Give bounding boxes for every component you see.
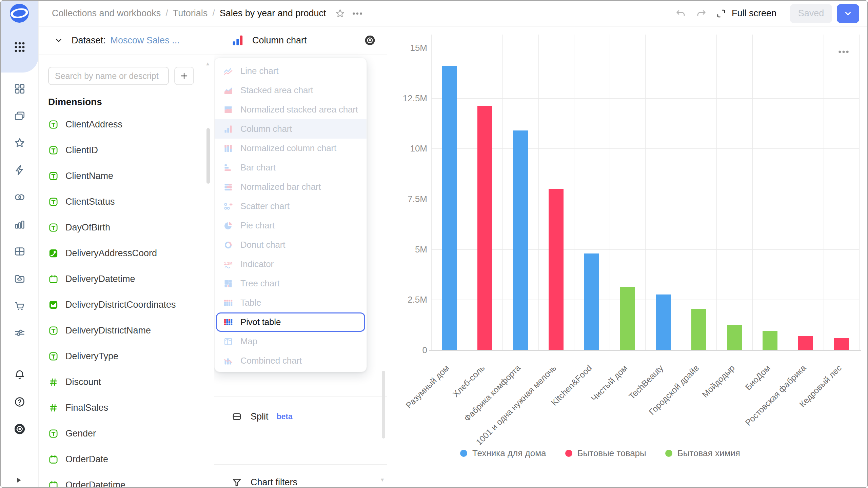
split-row[interactable]: Split beta	[231, 411, 293, 422]
dimension-field-deliveryaddresscoord[interactable]: DeliveryAddressCoord	[48, 240, 199, 266]
rail-bottom-icons	[1, 369, 38, 435]
menu-item-column-chart[interactable]: Column chart	[215, 119, 367, 139]
menu-item-line-chart[interactable]: Line chart	[215, 61, 367, 81]
legend-dot	[665, 450, 672, 457]
breadcrumb-tutorials[interactable]: Tutorials	[173, 8, 208, 19]
menu-item-scatter-chart[interactable]: Scatter chart	[215, 197, 367, 216]
x-category-label: БиоДом	[743, 363, 772, 392]
svg-text:1.2M: 1.2M	[224, 261, 233, 265]
settings-icon[interactable]	[14, 423, 26, 435]
dimension-field-finalsales[interactable]: FinalSales	[48, 395, 199, 421]
notifications-icon[interactable]	[14, 369, 26, 381]
dimension-field-deliverydistrictcoordinates[interactable]: DeliveryDistrictCoordinates	[48, 292, 199, 318]
rail-main-icons	[1, 83, 38, 339]
field-label: Discount	[65, 377, 101, 387]
menu-item-combined-chart[interactable]: Combined chart	[215, 351, 367, 370]
favorite-star-icon[interactable]	[335, 8, 346, 19]
gridline	[467, 35, 467, 350]
storage-icon[interactable]	[14, 272, 26, 285]
undo-icon[interactable]	[675, 8, 686, 19]
menu-item-stacked-area-chart[interactable]: Stacked area chart	[215, 81, 367, 100]
text-field-icon	[48, 428, 59, 439]
menu-item-normalized-bar-chart[interactable]: Normalized bar chart	[215, 177, 367, 197]
dimension-field-clientid[interactable]: ClientID	[48, 137, 199, 163]
map-icon	[223, 337, 233, 346]
config-scrollbar-thumb[interactable]	[382, 371, 385, 439]
gridline	[824, 35, 824, 350]
dimension-field-deliverydistrictname[interactable]: DeliveryDistrictName	[48, 318, 199, 343]
datalens-logo-icon[interactable]	[9, 3, 29, 23]
chart-settings-gear-icon[interactable]	[364, 35, 376, 46]
legend-item[interactable]: Бытовая химия	[665, 448, 740, 459]
field-label: Gender	[65, 428, 96, 439]
gridline	[574, 35, 574, 350]
breadcrumb-collections[interactable]: Collections and workbooks	[52, 8, 161, 19]
plus-icon	[180, 72, 189, 80]
menu-item-label: Normalized bar chart	[240, 182, 321, 192]
fullscreen-label[interactable]: Full screen	[732, 8, 776, 19]
expand-rail-icon[interactable]	[14, 476, 23, 485]
parameters-icon[interactable]	[14, 327, 26, 339]
column-chart-icon	[223, 124, 233, 134]
fullscreen-icon[interactable]	[716, 8, 726, 19]
dimension-field-clientaddress[interactable]: ClientAddress	[48, 111, 199, 137]
menu-item-normalized-stacked-area-chart[interactable]: Normalized stacked area chart	[215, 100, 367, 119]
favorites-icon[interactable]	[14, 137, 26, 149]
menu-item-pie-chart[interactable]: Pie chart	[215, 216, 367, 235]
text-field-icon	[48, 145, 59, 156]
marketplace-icon[interactable]	[14, 300, 26, 312]
field-label: ClientStatus	[65, 197, 115, 207]
chart-filters-row[interactable]: Chart filters	[231, 477, 297, 487]
dashboards-icon[interactable]	[14, 83, 26, 95]
app-window: Collections and workbooks / Tutorials / …	[0, 0, 868, 488]
line-chart-icon	[223, 66, 233, 76]
dataset-collapse-icon[interactable]	[54, 36, 63, 45]
norm-bar-chart-icon	[223, 182, 233, 192]
dimension-field-discount[interactable]: Discount	[48, 369, 199, 395]
menu-item-indicator[interactable]: 1.2MIndicator	[215, 255, 367, 274]
collections-icon[interactable]	[14, 110, 26, 122]
menu-item-donut-chart[interactable]: Donut chart	[215, 235, 367, 255]
more-actions-icon[interactable]	[352, 8, 363, 19]
search-input[interactable]	[48, 67, 169, 85]
menu-item-bar-chart[interactable]: Bar chart	[215, 158, 367, 177]
connections-icon[interactable]	[14, 164, 26, 176]
norm-area-chart-icon	[223, 105, 233, 115]
menu-item-pivot-table[interactable]: Pivot table	[216, 312, 365, 332]
dimension-field-dayofbirth[interactable]: DayOfBirth	[48, 215, 199, 240]
dimension-field-clientname[interactable]: ClientName	[48, 163, 199, 189]
redo-icon[interactable]	[696, 8, 707, 19]
save-menu-button[interactable]	[837, 4, 859, 23]
scroll-up-icon[interactable]: ▲	[205, 61, 210, 66]
legend-item[interactable]: Техника для дома	[460, 448, 546, 459]
services-icon[interactable]	[14, 191, 26, 203]
help-icon[interactable]	[14, 396, 26, 408]
chart-type-selector[interactable]: Column chart	[214, 26, 387, 55]
dimension-field-deliverydatetime[interactable]: DeliveryDatetime	[48, 266, 199, 292]
apps-grid-icon[interactable]	[13, 41, 26, 54]
scroll-down-icon[interactable]: ▼	[380, 477, 385, 483]
legend-item[interactable]: Бытовые товары	[565, 448, 646, 459]
menu-item-map[interactable]: Map	[215, 332, 367, 351]
legend-label: Бытовая химия	[677, 448, 740, 459]
bar-7	[656, 294, 671, 350]
dimension-field-orderdatetime[interactable]: OrderDatetime	[48, 472, 199, 487]
dataset-name-link[interactable]: Moscow Sales ...	[111, 35, 180, 46]
menu-item-label: Line chart	[240, 66, 278, 76]
menu-item-normalized-column-chart[interactable]: Normalized column chart	[215, 139, 367, 158]
dimension-field-gender[interactable]: Gender	[48, 421, 199, 446]
dimension-field-orderdate[interactable]: OrderDate	[48, 446, 199, 472]
dimension-field-deliverytype[interactable]: DeliveryType	[48, 343, 199, 369]
add-field-button[interactable]	[174, 67, 194, 85]
field-label: DeliveryDatetime	[65, 274, 135, 284]
gridline	[502, 35, 503, 350]
charts-icon[interactable]	[14, 218, 26, 230]
menu-item-table[interactable]: Table	[215, 293, 367, 312]
dimension-field-clientstatus[interactable]: ClientStatus	[48, 189, 199, 215]
tables-icon[interactable]	[14, 245, 26, 258]
dataset-scrollbar-thumb[interactable]	[206, 128, 210, 184]
menu-item-tree-chart[interactable]: Tree chart	[215, 274, 367, 293]
saved-button[interactable]: Saved	[790, 4, 832, 23]
scatter-chart-icon	[223, 202, 233, 211]
field-label: FinalSales	[65, 403, 108, 413]
